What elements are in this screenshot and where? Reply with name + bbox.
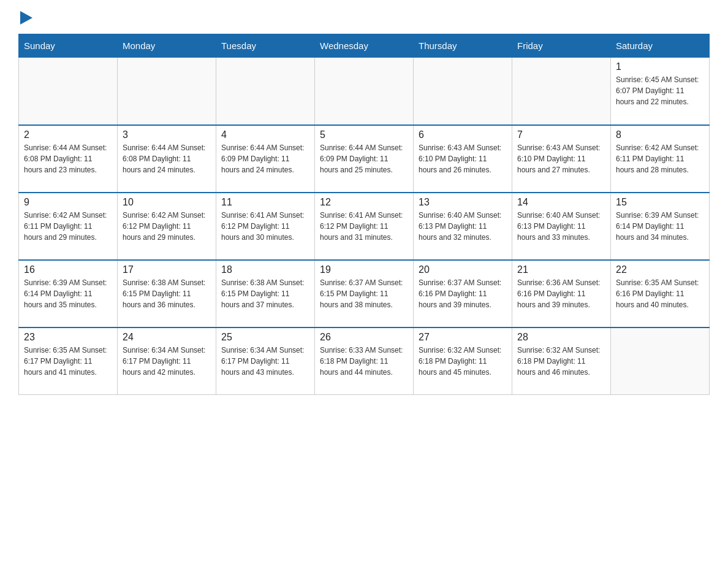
weekday-header-row: SundayMondayTuesdayWednesdayThursdayFrid… [19, 34, 710, 58]
day-info: Sunrise: 6:39 AM Sunset: 6:14 PM Dayligh… [24, 277, 112, 310]
calendar-cell: 20Sunrise: 6:37 AM Sunset: 6:16 PM Dayli… [414, 260, 512, 327]
calendar-cell [611, 327, 710, 395]
day-info: Sunrise: 6:34 AM Sunset: 6:17 PM Dayligh… [221, 345, 309, 378]
day-number: 10 [123, 197, 211, 208]
week-row-3: 9Sunrise: 6:42 AM Sunset: 6:11 PM Daylig… [19, 193, 710, 260]
day-info: Sunrise: 6:36 AM Sunset: 6:16 PM Dayligh… [517, 277, 605, 310]
calendar-cell [19, 58, 118, 125]
day-info: Sunrise: 6:41 AM Sunset: 6:12 PM Dayligh… [320, 210, 408, 243]
logo-arrow-icon [20, 11, 32, 25]
calendar-cell: 14Sunrise: 6:40 AM Sunset: 6:13 PM Dayli… [512, 193, 611, 260]
weekday-header-wednesday: Wednesday [315, 34, 414, 58]
calendar-cell: 5Sunrise: 6:44 AM Sunset: 6:09 PM Daylig… [315, 125, 414, 193]
week-row-5: 23Sunrise: 6:35 AM Sunset: 6:17 PM Dayli… [19, 327, 710, 395]
day-info: Sunrise: 6:38 AM Sunset: 6:15 PM Dayligh… [221, 277, 309, 310]
day-info: Sunrise: 6:39 AM Sunset: 6:14 PM Dayligh… [616, 210, 704, 243]
calendar-cell: 26Sunrise: 6:33 AM Sunset: 6:18 PM Dayli… [315, 327, 414, 395]
day-number: 14 [517, 197, 605, 208]
calendar-cell: 8Sunrise: 6:42 AM Sunset: 6:11 PM Daylig… [611, 125, 710, 193]
day-number: 19 [320, 264, 408, 275]
svg-marker-0 [20, 11, 32, 25]
day-number: 4 [221, 129, 309, 140]
weekday-header-monday: Monday [118, 34, 216, 58]
day-number: 22 [616, 264, 704, 275]
day-number: 16 [24, 264, 112, 275]
calendar-cell: 16Sunrise: 6:39 AM Sunset: 6:14 PM Dayli… [19, 260, 118, 327]
calendar-cell: 22Sunrise: 6:35 AM Sunset: 6:16 PM Dayli… [611, 260, 710, 327]
calendar-cell: 11Sunrise: 6:41 AM Sunset: 6:12 PM Dayli… [216, 193, 315, 260]
day-number: 7 [517, 129, 605, 140]
day-number: 26 [320, 332, 408, 343]
day-number: 9 [24, 197, 112, 208]
day-number: 3 [123, 129, 211, 140]
calendar-cell: 19Sunrise: 6:37 AM Sunset: 6:15 PM Dayli… [315, 260, 414, 327]
day-info: Sunrise: 6:43 AM Sunset: 6:10 PM Dayligh… [419, 142, 507, 175]
calendar-cell: 17Sunrise: 6:38 AM Sunset: 6:15 PM Dayli… [118, 260, 216, 327]
header [18, 12, 710, 25]
logo [18, 12, 32, 25]
calendar-cell: 9Sunrise: 6:42 AM Sunset: 6:11 PM Daylig… [19, 193, 118, 260]
day-info: Sunrise: 6:35 AM Sunset: 6:16 PM Dayligh… [616, 277, 704, 310]
calendar-cell [512, 58, 611, 125]
calendar-cell [414, 58, 512, 125]
day-number: 25 [221, 332, 309, 343]
calendar-cell: 21Sunrise: 6:36 AM Sunset: 6:16 PM Dayli… [512, 260, 611, 327]
day-info: Sunrise: 6:43 AM Sunset: 6:10 PM Dayligh… [517, 142, 605, 175]
day-info: Sunrise: 6:35 AM Sunset: 6:17 PM Dayligh… [24, 345, 112, 378]
calendar-cell: 10Sunrise: 6:42 AM Sunset: 6:12 PM Dayli… [118, 193, 216, 260]
day-info: Sunrise: 6:42 AM Sunset: 6:11 PM Dayligh… [616, 142, 704, 175]
day-info: Sunrise: 6:32 AM Sunset: 6:18 PM Dayligh… [419, 345, 507, 378]
day-info: Sunrise: 6:34 AM Sunset: 6:17 PM Dayligh… [123, 345, 211, 378]
day-info: Sunrise: 6:45 AM Sunset: 6:07 PM Dayligh… [616, 74, 704, 107]
day-info: Sunrise: 6:44 AM Sunset: 6:09 PM Dayligh… [320, 142, 408, 175]
weekday-header-friday: Friday [512, 34, 611, 58]
day-number: 8 [616, 129, 704, 140]
day-info: Sunrise: 6:44 AM Sunset: 6:08 PM Dayligh… [123, 142, 211, 175]
day-info: Sunrise: 6:41 AM Sunset: 6:12 PM Dayligh… [221, 210, 309, 243]
calendar-cell: 4Sunrise: 6:44 AM Sunset: 6:09 PM Daylig… [216, 125, 315, 193]
calendar-cell: 15Sunrise: 6:39 AM Sunset: 6:14 PM Dayli… [611, 193, 710, 260]
day-number: 28 [517, 332, 605, 343]
calendar-cell: 12Sunrise: 6:41 AM Sunset: 6:12 PM Dayli… [315, 193, 414, 260]
day-number: 6 [419, 129, 507, 140]
calendar-cell: 7Sunrise: 6:43 AM Sunset: 6:10 PM Daylig… [512, 125, 611, 193]
day-number: 17 [123, 264, 211, 275]
day-number: 2 [24, 129, 112, 140]
weekday-header-saturday: Saturday [611, 34, 710, 58]
day-info: Sunrise: 6:44 AM Sunset: 6:09 PM Dayligh… [221, 142, 309, 175]
calendar-cell [216, 58, 315, 125]
day-info: Sunrise: 6:42 AM Sunset: 6:11 PM Dayligh… [24, 210, 112, 243]
day-info: Sunrise: 6:40 AM Sunset: 6:13 PM Dayligh… [517, 210, 605, 243]
day-number: 15 [616, 197, 704, 208]
calendar-cell: 25Sunrise: 6:34 AM Sunset: 6:17 PM Dayli… [216, 327, 315, 395]
day-number: 27 [419, 332, 507, 343]
calendar-cell [118, 58, 216, 125]
weekday-header-tuesday: Tuesday [216, 34, 315, 58]
day-info: Sunrise: 6:32 AM Sunset: 6:18 PM Dayligh… [517, 345, 605, 378]
calendar-table: SundayMondayTuesdayWednesdayThursdayFrid… [18, 34, 710, 395]
week-row-2: 2Sunrise: 6:44 AM Sunset: 6:08 PM Daylig… [19, 125, 710, 193]
calendar-cell: 27Sunrise: 6:32 AM Sunset: 6:18 PM Dayli… [414, 327, 512, 395]
day-number: 5 [320, 129, 408, 140]
week-row-1: 1Sunrise: 6:45 AM Sunset: 6:07 PM Daylig… [19, 58, 710, 125]
calendar-cell: 3Sunrise: 6:44 AM Sunset: 6:08 PM Daylig… [118, 125, 216, 193]
day-info: Sunrise: 6:37 AM Sunset: 6:15 PM Dayligh… [320, 277, 408, 310]
day-info: Sunrise: 6:37 AM Sunset: 6:16 PM Dayligh… [419, 277, 507, 310]
day-info: Sunrise: 6:42 AM Sunset: 6:12 PM Dayligh… [123, 210, 211, 243]
day-number: 13 [419, 197, 507, 208]
day-number: 1 [616, 61, 704, 72]
calendar-cell: 13Sunrise: 6:40 AM Sunset: 6:13 PM Dayli… [414, 193, 512, 260]
weekday-header-thursday: Thursday [414, 34, 512, 58]
day-info: Sunrise: 6:33 AM Sunset: 6:18 PM Dayligh… [320, 345, 408, 378]
day-number: 21 [517, 264, 605, 275]
day-number: 12 [320, 197, 408, 208]
calendar-cell: 18Sunrise: 6:38 AM Sunset: 6:15 PM Dayli… [216, 260, 315, 327]
week-row-4: 16Sunrise: 6:39 AM Sunset: 6:14 PM Dayli… [19, 260, 710, 327]
day-number: 11 [221, 197, 309, 208]
day-info: Sunrise: 6:44 AM Sunset: 6:08 PM Dayligh… [24, 142, 112, 175]
day-number: 24 [123, 332, 211, 343]
day-number: 23 [24, 332, 112, 343]
weekday-header-sunday: Sunday [19, 34, 118, 58]
day-number: 18 [221, 264, 309, 275]
calendar-cell: 23Sunrise: 6:35 AM Sunset: 6:17 PM Dayli… [19, 327, 118, 395]
